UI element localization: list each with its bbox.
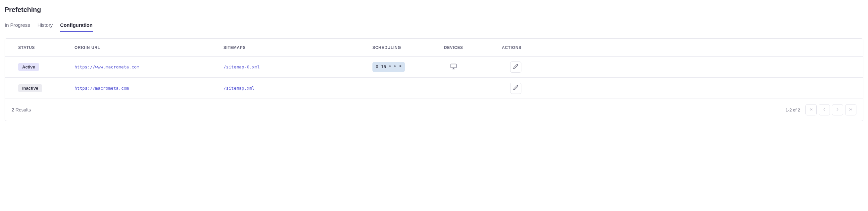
chevrons-right-icon (848, 107, 853, 113)
svg-rect-0 (451, 64, 457, 68)
col-actions: ACTIONS (478, 45, 521, 50)
pager-first-button[interactable] (805, 104, 817, 115)
tab-configuration[interactable]: Configuration (60, 21, 92, 32)
tab-in-progress[interactable]: In Progress (5, 21, 30, 32)
table-footer: 2 Results 1-2 of 2 (5, 99, 863, 121)
tab-history[interactable]: History (37, 21, 53, 32)
config-table-panel: STATUS ORIGIN URL SITEMAPS SCHEDULING DE… (5, 38, 863, 121)
results-range: 1-2 of 2 (785, 107, 800, 112)
status-badge: Inactive (18, 84, 42, 92)
devices-cell (432, 63, 475, 71)
pager (805, 104, 857, 115)
pager-next-button[interactable] (832, 104, 843, 115)
results-count: 2 Results (11, 107, 31, 112)
scheduling-cell: 0 16 * * * (372, 62, 405, 72)
table-row: Active https://www.macrometa.com /sitema… (5, 57, 863, 78)
page-title: Prefetching (5, 6, 863, 13)
chevron-left-icon (822, 107, 827, 113)
col-origin-url: ORIGIN URL (74, 45, 220, 50)
col-sitemaps: SITEMAPS (223, 45, 369, 50)
col-devices: DEVICES (432, 45, 475, 50)
pager-prev-button[interactable] (819, 104, 830, 115)
table-header: STATUS ORIGIN URL SITEMAPS SCHEDULING DE… (5, 39, 863, 57)
table-row: Inactive https://macrometa.com /sitemap.… (5, 78, 863, 99)
monitor-icon (450, 65, 457, 71)
origin-url-cell[interactable]: https://www.macrometa.com (74, 65, 220, 69)
chevron-right-icon (835, 107, 840, 113)
col-status: STATUS (18, 45, 71, 50)
pager-last-button[interactable] (845, 104, 857, 115)
pencil-icon (513, 64, 519, 70)
sitemaps-cell: /sitemap-0.xml (223, 65, 369, 69)
chevrons-left-icon (809, 107, 813, 113)
pencil-icon (513, 85, 519, 91)
origin-url-cell[interactable]: https://macrometa.com (74, 86, 220, 91)
col-scheduling: SCHEDULING (372, 45, 429, 50)
sitemaps-cell: /sitemap.xml (223, 86, 369, 91)
tabs: In Progress History Configuration (5, 21, 863, 32)
status-badge: Active (18, 63, 39, 71)
edit-button[interactable] (510, 62, 521, 73)
edit-button[interactable] (510, 83, 521, 94)
